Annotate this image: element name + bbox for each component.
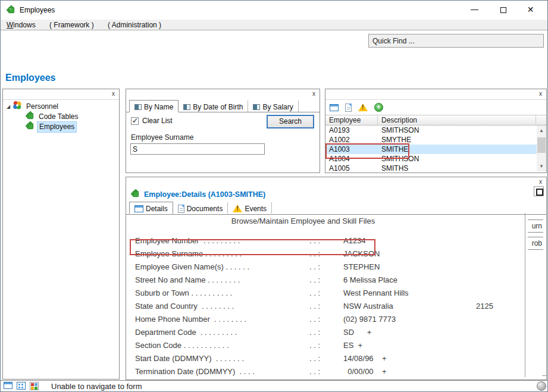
field-value[interactable]: JACKSON xyxy=(343,249,380,258)
employee-form: Employee Number . . . . . . . . .. . :A1… xyxy=(126,234,525,378)
table-row[interactable]: A1005 SMITHS xyxy=(325,164,546,173)
app-window: Employees — ✕ Windows ( Framework ) ( Ad… xyxy=(0,0,548,392)
status-message: Unable to navigate to form xyxy=(51,382,148,391)
return-button-clipped[interactable]: urn xyxy=(528,219,543,233)
list-toolbar: + xyxy=(325,100,546,115)
field-value[interactable]: NSW Australia xyxy=(343,302,393,311)
details-maximize-icon[interactable] xyxy=(534,186,544,196)
table-row[interactable]: A1002 SMYTHE xyxy=(325,135,546,145)
tab-events[interactable]: Events xyxy=(228,202,272,214)
title-bar: Employees — ✕ xyxy=(1,1,547,20)
tab-by-date-of-birth[interactable]: By Date of Birth xyxy=(179,101,248,112)
status-colors-icon[interactable] xyxy=(30,382,39,390)
pinwheel-icon xyxy=(12,101,22,113)
maximize-icon xyxy=(500,7,506,13)
status-ball-icon xyxy=(537,381,546,391)
search-button[interactable]: Search xyxy=(267,115,314,128)
navigation-tree-panel: x ◢ Personnel xyxy=(2,89,120,380)
events-tab-icon xyxy=(233,205,242,212)
search-panel: x By Name By Date of Birth By Salary Cle… xyxy=(126,89,320,173)
field-given-names: Employee Given Name(s) . . . . . .. . :S… xyxy=(126,261,525,274)
employee-details-panel: x Employee:Details (A1003-SMITHE) Detail… xyxy=(126,177,547,380)
scroll-down-icon[interactable]: ▼ xyxy=(537,162,546,171)
puzzle-icon xyxy=(131,189,140,200)
field-value[interactable]: A1234 xyxy=(343,236,366,245)
tree-node-code-tables[interactable]: Code Tables xyxy=(26,112,119,122)
column-header-employee[interactable]: Employee xyxy=(325,115,378,125)
field-value[interactable]: ES + xyxy=(343,341,362,350)
menu-framework[interactable]: ( Framework ) xyxy=(43,20,100,30)
field-street: Street No and Name . . . . . . . .. . :6… xyxy=(126,274,525,287)
table-row-selected[interactable]: A1003 SMITHE xyxy=(325,145,546,154)
tree-expander-icon[interactable]: ◢ xyxy=(7,102,12,112)
field-start-date: Start Date (DDMMYY) . . . . . . .. . :14… xyxy=(126,352,525,365)
tab-by-name[interactable]: By Name xyxy=(129,100,179,112)
details-command-icon[interactable] xyxy=(330,104,339,111)
status-window-icon[interactable] xyxy=(4,382,12,389)
field-value[interactable]: 6 Melissa Place xyxy=(343,275,397,284)
field-employee-surname: Employee Surname . . . . . . . . .. . :J… xyxy=(126,247,525,261)
field-value[interactable]: STEPHEN xyxy=(343,262,380,271)
list-scrollbar[interactable]: ▲ ▼ xyxy=(537,126,546,172)
toolbar-strip xyxy=(1,31,547,71)
employee-list-panel: x + Employee Description A0193 SMITHSON … xyxy=(325,89,547,173)
puzzle-icon xyxy=(26,121,35,133)
status-grid-icon[interactable] xyxy=(17,382,26,390)
field-value[interactable]: 0/00/00 + xyxy=(343,367,387,376)
minimize-button[interactable]: — xyxy=(461,1,488,18)
field-value[interactable]: 14/08/96 + xyxy=(343,354,387,363)
tab-by-salary[interactable]: By Salary xyxy=(248,101,298,112)
menu-administration[interactable]: ( Administration ) xyxy=(102,20,167,30)
field-postcode[interactable]: 2125 xyxy=(476,302,493,311)
details-tab-icon xyxy=(134,205,143,212)
form-icon xyxy=(253,104,260,110)
scrollbar-thumb[interactable] xyxy=(537,137,546,153)
field-value[interactable]: SD + xyxy=(343,328,371,337)
status-bar: Unable to navigate to form xyxy=(1,380,547,391)
table-row[interactable]: A0193 SMITHSON xyxy=(325,126,546,135)
scroll-up-icon[interactable]: ▲ xyxy=(537,127,546,135)
surname-input[interactable] xyxy=(130,143,265,155)
tree-panel-close-icon[interactable]: x xyxy=(112,91,115,97)
column-header-description[interactable]: Description xyxy=(378,115,536,125)
tree-label-employees[interactable]: Employees xyxy=(37,121,77,133)
table-row[interactable]: A1004 SMITHSON xyxy=(325,154,546,164)
prob-button-clipped[interactable]: rob xyxy=(528,237,543,250)
details-panel-close-icon[interactable]: x xyxy=(539,179,542,185)
form-heading: Browse/Maintain Employee and Skill Files xyxy=(126,217,480,225)
field-termination-date: Termination Date (DDMMYY) . . . .. . : 0… xyxy=(126,365,525,378)
tree-label-code-tables[interactable]: Code Tables xyxy=(37,112,80,122)
clear-list-checkbox[interactable] xyxy=(131,117,139,125)
list-panel-close-icon[interactable]: x xyxy=(539,91,542,97)
clear-list-option[interactable]: Clear List xyxy=(131,117,173,125)
tree-node-employees[interactable]: Employees xyxy=(26,122,119,132)
close-button[interactable]: ✕ xyxy=(517,1,544,18)
clear-list-label: Clear List xyxy=(142,117,173,125)
tree-node-personnel[interactable]: ◢ Personnel xyxy=(3,102,119,112)
events-command-icon[interactable] xyxy=(358,104,368,111)
column-header-spacer xyxy=(536,115,546,125)
search-panel-close-icon[interactable]: x xyxy=(312,91,315,97)
field-department-code: Department Code . . . . . . . . .. . :SD… xyxy=(126,326,525,339)
documents-tab-icon xyxy=(178,205,184,213)
field-home-phone: Home Phone Number . . . . . . . .. . :(0… xyxy=(126,313,525,326)
field-value[interactable]: West Pennant Hills xyxy=(343,288,409,297)
tab-documents[interactable]: Documents xyxy=(173,202,228,214)
form-icon xyxy=(134,104,142,110)
add-employee-icon[interactable]: + xyxy=(374,103,383,112)
field-employee-number: Employee Number . . . . . . . . .. . :A1… xyxy=(126,234,525,247)
tab-divider xyxy=(126,214,546,215)
field-value[interactable]: (02) 9871 7773 xyxy=(343,315,396,324)
documents-command-icon[interactable] xyxy=(345,104,352,112)
form-icon xyxy=(183,104,190,110)
menu-bar: Windows ( Framework ) ( Administration ) xyxy=(1,20,547,30)
details-title-row: Employee:Details (A1003-SMITHE) xyxy=(131,189,265,200)
surname-label: Employee Surname xyxy=(131,133,193,142)
page-title: Employees xyxy=(5,73,55,83)
tab-details[interactable]: Details xyxy=(129,202,173,214)
maximize-button[interactable] xyxy=(490,1,516,18)
menu-windows[interactable]: Windows xyxy=(1,20,42,30)
list-panel-header: x xyxy=(325,89,546,100)
tree-label-personnel[interactable]: Personnel xyxy=(24,102,60,112)
quick-find-input[interactable] xyxy=(368,34,544,48)
